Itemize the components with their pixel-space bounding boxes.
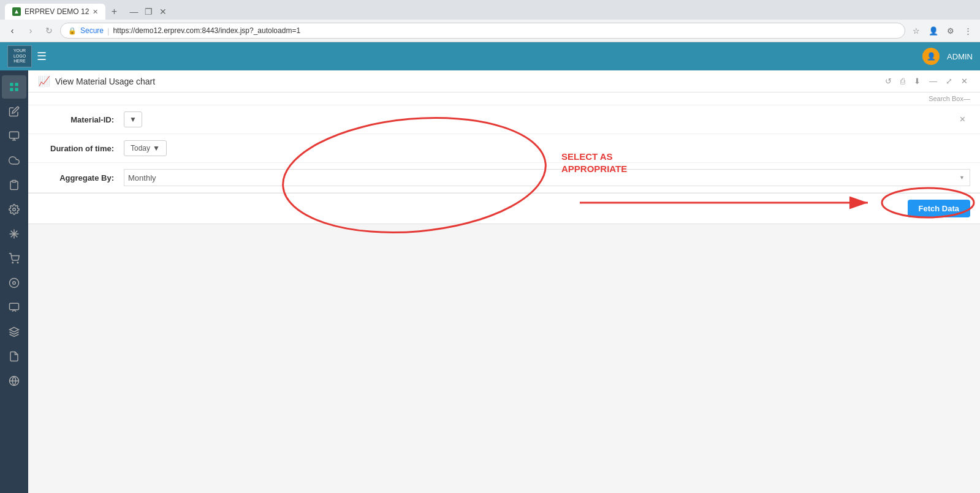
- new-tab-button[interactable]: +: [105, 4, 123, 20]
- svg-rect-1: [10, 83, 13, 86]
- window-close-button[interactable]: ✕: [157, 6, 169, 18]
- close-panel-button[interactable]: ✕: [959, 75, 970, 87]
- sidebar-item-monitor[interactable]: [2, 124, 26, 148]
- back-button[interactable]: ‹: [5, 23, 20, 38]
- admin-avatar: 👤: [922, 48, 940, 65]
- svg-marker-19: [10, 328, 19, 333]
- user-button[interactable]: 👤: [926, 23, 941, 38]
- top-nav: YOUR LOGO HERE ☰ 👤 ADMIN: [0, 42, 980, 70]
- sidebar-item-globe[interactable]: [2, 369, 26, 393]
- logo: YOUR LOGO HERE: [7, 45, 32, 67]
- material-id-row: Material-ID: ▼ ×: [28, 105, 980, 134]
- tab-title: ERPREV DEMO 12: [25, 7, 89, 16]
- browser-actions: ☆ 👤 ⚙ ⋮: [909, 23, 975, 38]
- page-title-icon: 📈: [38, 75, 50, 87]
- secure-label: Secure: [80, 26, 104, 35]
- browser-controls: ‹ › ↻ 🔒 Secure | https://demo12.erprev.c…: [0, 20, 980, 42]
- svg-marker-0: [15, 10, 18, 13]
- forward-button[interactable]: ›: [23, 23, 38, 38]
- admin-label: ADMIN: [947, 52, 973, 61]
- svg-point-16: [10, 279, 19, 288]
- hamburger-button[interactable]: ☰: [37, 50, 47, 63]
- content-panel: 📈 View Material Usage chart ↺ ⎙ ⬇ — ⤢ ✕ …: [28, 70, 980, 493]
- svg-point-17: [13, 282, 16, 285]
- aggregate-row: Aggregate By: Monthly: [28, 163, 980, 193]
- window-controls: — ❐ ✕: [127, 6, 169, 18]
- aggregate-label: Aggregate By:: [38, 173, 124, 183]
- form-section: Material-ID: ▼ × Duration of time: To: [28, 105, 980, 193]
- sidebar-item-snowflake[interactable]: [2, 222, 26, 246]
- active-tab[interactable]: ERPREV DEMO 12 ✕: [5, 4, 105, 20]
- svg-point-14: [12, 262, 13, 263]
- sidebar-item-layers[interactable]: [2, 320, 26, 344]
- material-id-input[interactable]: [145, 111, 955, 127]
- sidebar-item-location[interactable]: [2, 271, 26, 295]
- content-body: [28, 298, 980, 481]
- extensions-button[interactable]: ⚙: [943, 23, 958, 38]
- page-header: 📈 View Material Usage chart ↺ ⎙ ⬇ — ⤢ ✕: [28, 70, 980, 92]
- material-id-label: Material-ID:: [38, 115, 124, 124]
- clear-material-id-button[interactable]: ×: [955, 115, 970, 124]
- dropdown-arrow: ▼: [129, 115, 137, 124]
- main-content: 📈 View Material Usage chart ↺ ⎙ ⬇ — ⤢ ✕ …: [0, 70, 980, 493]
- svg-rect-3: [10, 88, 13, 91]
- sidebar-item-dashboard[interactable]: [2, 75, 26, 99]
- sidebar-item-document[interactable]: [2, 345, 26, 368]
- duration-dropdown[interactable]: Today ▼: [124, 140, 167, 156]
- search-box-link[interactable]: Search Box—: [929, 95, 970, 102]
- sidebar-item-cart[interactable]: [2, 247, 26, 270]
- download-button[interactable]: ⬇: [911, 75, 923, 87]
- window-minimize-button[interactable]: —: [127, 6, 140, 18]
- svg-rect-5: [10, 132, 19, 138]
- tab-favicon: [12, 7, 21, 16]
- tab-bar: ERPREV DEMO 12 ✕ + — ❐ ✕: [0, 0, 980, 20]
- svg-rect-8: [12, 181, 16, 183]
- aggregate-control[interactable]: Monthly: [124, 169, 970, 186]
- sidebar-item-settings[interactable]: [2, 198, 26, 221]
- material-id-dropdown[interactable]: ▼: [124, 111, 142, 127]
- material-id-control: ▼ ×: [124, 111, 970, 127]
- url-separator: |: [107, 26, 109, 36]
- refresh-button[interactable]: ↺: [883, 75, 894, 87]
- tab-close-button[interactable]: ✕: [93, 8, 98, 16]
- duration-value: Today: [131, 144, 150, 152]
- browser-chrome: ERPREV DEMO 12 ✕ + — ❐ ✕ ‹ › ↻ 🔒 Secure …: [0, 0, 980, 42]
- app-container: YOUR LOGO HERE ☰ 👤 ADMIN: [0, 42, 980, 493]
- sidebar-item-cloud[interactable]: [2, 149, 26, 172]
- address-bar[interactable]: 🔒 Secure | https://demo12.erprev.com:844…: [60, 23, 905, 39]
- sidebar: [0, 70, 28, 493]
- page-header-actions: ↺ ⎙ ⬇ — ⤢ ✕: [883, 75, 970, 87]
- annotation-area: SELECT AS APPROPRIATE: [28, 224, 980, 298]
- minimize-panel-button[interactable]: —: [927, 75, 940, 87]
- sidebar-item-desktop[interactable]: [2, 296, 26, 319]
- svg-rect-4: [15, 88, 18, 91]
- top-nav-right: 👤 ADMIN: [922, 48, 973, 65]
- menu-button[interactable]: ⋮: [960, 23, 975, 38]
- svg-point-9: [13, 208, 16, 211]
- bookmark-button[interactable]: ☆: [909, 23, 924, 38]
- sidebar-item-edit[interactable]: [2, 100, 26, 123]
- page-title-row: 📈 View Material Usage chart: [38, 75, 155, 87]
- window-maximize-button[interactable]: ❐: [142, 6, 154, 18]
- svg-rect-18: [10, 303, 19, 310]
- duration-control: Today ▼: [124, 140, 970, 156]
- action-bar: Fetch Data: [28, 194, 980, 224]
- duration-label: Duration of time:: [38, 144, 124, 153]
- action-area: Fetch Data: [28, 194, 980, 298]
- aggregate-value-display: Monthly: [128, 173, 966, 183]
- fetch-data-button[interactable]: Fetch Data: [908, 200, 970, 217]
- reload-button[interactable]: ↻: [42, 23, 56, 38]
- svg-point-15: [17, 262, 18, 263]
- print-button[interactable]: ⎙: [898, 75, 908, 87]
- page-title: View Material Usage chart: [55, 77, 155, 86]
- svg-rect-2: [15, 83, 18, 86]
- url-text: https://demo12.erprev.com:8443/index.jsp…: [113, 26, 897, 35]
- sidebar-item-clipboard[interactable]: [2, 173, 26, 197]
- maximize-panel-button[interactable]: ⤢: [943, 75, 955, 87]
- duration-arrow: ▼: [153, 144, 160, 152]
- duration-row: Duration of time: Today ▼: [28, 134, 980, 163]
- lock-icon: 🔒: [68, 27, 77, 35]
